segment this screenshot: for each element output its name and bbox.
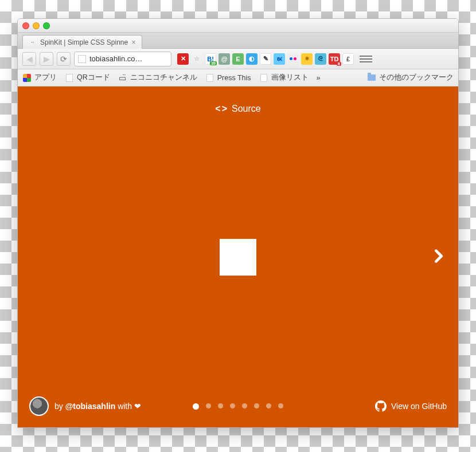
chevron-right-icon [431, 248, 447, 264]
page-icon [66, 74, 73, 82]
address-text: tobiasahlin.co… [89, 54, 167, 63]
bookmark-label: その他のブックマーク [379, 73, 454, 82]
evernote-extension-icon[interactable]: E [232, 53, 244, 65]
page-icon [206, 74, 213, 82]
spinner-square [220, 239, 256, 276]
extension-icons: ✕ ☆ B!39 @ E ◐ ✎ ᘡ ✴ ᘓ TD6 £ [177, 53, 354, 65]
bookmark-label: QRコード [77, 73, 110, 82]
bookmarks-bar: アプリ QRコード ▭̈ ニコニコチャンネル Press This 画像リスト … [18, 69, 458, 87]
page-content: <> Source by @tobiasahlin with ❤ [18, 87, 458, 427]
tab-title: SpinKit | Simple CSS Spinne [40, 38, 128, 46]
bookmark-item[interactable]: Press This [205, 73, 251, 82]
pagination-dot[interactable] [218, 403, 223, 408]
forward-button[interactable]: ▶ [40, 52, 53, 66]
extension-icon[interactable]: @ [219, 53, 230, 65]
overflow-chevron-icon: » [317, 74, 321, 82]
traffic-lights [22, 22, 50, 29]
chrome-menu-button[interactable] [360, 53, 372, 65]
eyedropper-extension-icon[interactable]: ✎ [260, 53, 271, 65]
address-bar[interactable]: tobiasahlin.co… [74, 52, 171, 66]
flickr-extension-icon[interactable] [287, 53, 299, 65]
page-icon [260, 74, 267, 82]
github-label: View on GitHub [391, 402, 447, 411]
hatena-extension-icon[interactable]: B!39 [205, 53, 216, 65]
author-handle[interactable]: @tobiasahlin [65, 402, 116, 411]
other-bookmarks-folder[interactable]: その他のブックマーク [367, 73, 454, 82]
pagination-dots [193, 403, 283, 410]
address-toolbar: ◀ ▶ ⟳ tobiasahlin.co… ✕ ☆ B!39 @ E ◐ ✎ ᘡ… [18, 49, 458, 69]
source-link[interactable]: <> Source [215, 104, 260, 114]
code-icon: <> [215, 104, 227, 114]
github-link[interactable]: View on GitHub [375, 400, 447, 412]
bookmarks-overflow[interactable]: » [317, 74, 321, 82]
pagination-dot[interactable] [278, 403, 283, 408]
tab-favicon: ·· [29, 38, 37, 46]
minimize-window-button[interactable] [33, 22, 40, 29]
tab-close-icon[interactable]: × [131, 38, 136, 46]
folder-icon [368, 74, 376, 81]
browser-tab[interactable]: ·· SpinKit | Simple CSS Spinne × [22, 35, 142, 49]
extension-icon[interactable]: ✕ [177, 53, 189, 65]
bookmark-star-icon[interactable]: ☆ [191, 53, 202, 65]
bookmark-label: アプリ [34, 73, 57, 82]
bookmark-item[interactable]: 画像リスト [259, 73, 309, 82]
pagination-dot[interactable] [254, 403, 259, 408]
browser-window: ·· SpinKit | Simple CSS Spinne × ◀ ▶ ⟳ t… [17, 18, 459, 428]
site-icon [78, 55, 86, 63]
pagination-dot[interactable] [230, 403, 235, 408]
extension-icon[interactable]: ✴ [301, 53, 313, 65]
extension-icon[interactable]: ◐ [246, 53, 257, 65]
window-titlebar [18, 19, 458, 33]
byline: by @tobiasahlin with ❤ [54, 402, 141, 411]
niconico-icon: ▭̈ [118, 73, 127, 82]
todoist-extension-icon[interactable]: TD6 [329, 53, 340, 65]
reload-button[interactable]: ⟳ [57, 52, 71, 66]
bookmark-label: ニコニコチャンネル [130, 73, 197, 82]
zoom-window-button[interactable] [43, 22, 50, 29]
source-label: Source [232, 104, 261, 114]
author-avatar[interactable] [29, 396, 49, 416]
apps-grid-icon [23, 74, 31, 82]
tab-strip: ·· SpinKit | Simple CSS Spinne × [18, 33, 458, 49]
next-button[interactable] [431, 248, 447, 266]
pagination-dot[interactable] [206, 403, 211, 408]
close-window-button[interactable] [22, 22, 29, 29]
heart-icon: ❤ [134, 402, 141, 411]
extension-icon[interactable]: ᘡ [274, 53, 285, 65]
bookmark-label: Press This [217, 74, 251, 82]
pagination-dot[interactable] [242, 403, 247, 408]
extension-icon[interactable]: ᘓ [315, 53, 326, 65]
github-icon [375, 400, 387, 412]
apps-shortcut[interactable]: アプリ [22, 73, 57, 82]
bookmark-item[interactable]: QRコード [65, 73, 110, 82]
bookmark-label: 画像リスト [271, 73, 309, 82]
page-footer: by @tobiasahlin with ❤ View on GitHub [18, 396, 458, 416]
pagination-dot[interactable] [193, 403, 199, 410]
pagination-dot[interactable] [266, 403, 271, 408]
extension-icon[interactable]: £ [342, 53, 354, 65]
bookmark-item[interactable]: ▭̈ ニコニコチャンネル [118, 73, 197, 82]
back-button[interactable]: ◀ [22, 52, 36, 66]
